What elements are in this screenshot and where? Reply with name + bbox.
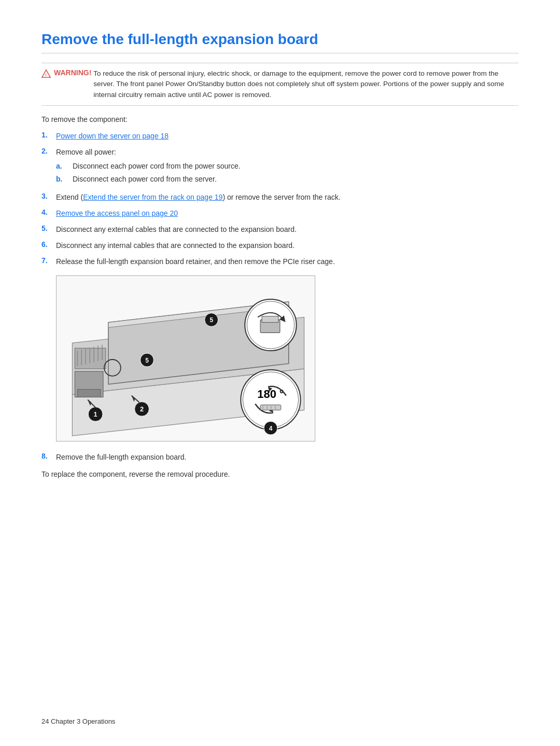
step-content-8: Remove the full-length expansion board. [56,452,519,463]
step-content-6: Disconnect any internal cables that are … [56,240,519,251]
step-item-4: 4. Remove the access panel on page 20 [41,208,519,219]
step-content-5: Disconnect any external cables that are … [56,224,519,235]
warning-icon: ! [41,69,51,78]
diagram-svg: 1 2 3 5 5 180 ° [57,276,315,441]
sub-label-b: b. [56,174,73,185]
step4-link[interactable]: Remove the access panel on page 20 [56,209,178,217]
svg-text:5: 5 [209,316,213,324]
sub-content-a: Disconnect each power cord from the powe… [73,161,241,172]
step-number-3: 3. [41,192,56,200]
step1-link[interactable]: Power down the server on page 18 [56,132,169,140]
step-content-1: Power down the server on page 18 [56,131,519,142]
svg-text:!: ! [45,73,47,77]
sub-list-2: a. Disconnect each power cord from the p… [56,161,519,185]
step-content-3: Extend (Extend the server from the rack … [56,192,519,203]
step-number-1: 1. [41,131,56,139]
step-content-7: Release the full-length expansion board … [56,256,519,267]
warning-label: WARNING! [54,68,91,77]
sub-item-2a: a. Disconnect each power cord from the p… [56,161,519,172]
step-number-7: 7. [41,256,56,265]
steps-list: 1. Power down the server on page 18 2. R… [41,131,519,267]
closing-text: To replace the component, reverse the re… [41,470,519,478]
sub-label-a: a. [56,161,73,172]
step-item-8: 8. Remove the full-length expansion boar… [41,452,519,463]
steps-list-2: 8. Remove the full-length expansion boar… [41,452,519,463]
svg-text:5: 5 [145,357,149,364]
step-number-8: 8. [41,452,56,460]
warning-box: ! WARNING! To reduce the risk of persona… [41,63,519,106]
step-content-2: Remove all power: a. Disconnect each pow… [56,147,519,187]
sub-item-2b: b. Disconnect each power cord from the s… [56,174,519,185]
step-item-7: 7. Release the full-length expansion boa… [41,256,519,267]
intro-text: To remove the component: [41,115,519,123]
svg-rect-8 [75,348,106,369]
svg-rect-7 [77,389,101,397]
step-item-3: 3. Extend (Extend the server from the ra… [41,192,519,203]
diagram-container: 1 2 3 5 5 180 ° [56,275,315,441]
step-item-2: 2. Remove all power: a. Disconnect each … [41,147,519,187]
svg-rect-34 [260,405,281,410]
svg-text:2: 2 [140,405,144,413]
svg-text:4: 4 [269,425,273,432]
step-item-1: 1. Power down the server on page 18 [41,131,519,142]
step-content-4: Remove the access panel on page 20 [56,208,519,219]
step-item-6: 6. Disconnect any internal cables that a… [41,240,519,251]
step-item-5: 5. Disconnect any external cables that a… [41,224,519,235]
warning-text: To reduce the risk of personal injury, e… [93,68,519,100]
svg-text:1: 1 [94,410,97,418]
footer: 24 Chapter 3 Operations [41,717,115,725]
step3-link[interactable]: Extend the server from the rack on page … [83,193,222,201]
svg-rect-24 [262,316,278,322]
step-number-2: 2. [41,147,56,155]
sub-content-b: Disconnect each power cord from the serv… [73,174,217,185]
step-number-6: 6. [41,240,56,248]
step-number-5: 5. [41,224,56,232]
page-title: Remove the full-length expansion board [41,31,519,53]
step-number-4: 4. [41,208,56,216]
